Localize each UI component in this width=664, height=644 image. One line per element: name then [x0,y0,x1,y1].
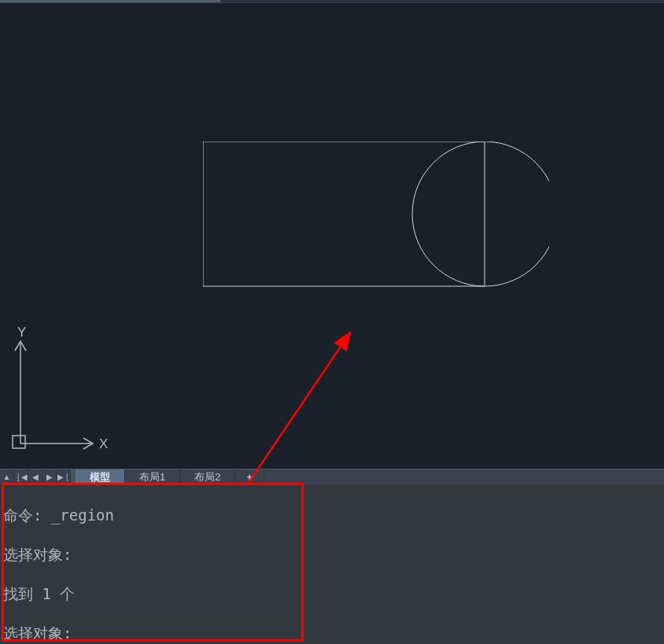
svg-rect-4 [13,436,25,448]
tab-nav-last[interactable]: ▶❘ [57,469,71,485]
ucs-y-label: Y [17,327,26,340]
drawing-shapes [203,142,549,299]
tab-add[interactable]: + [235,469,264,485]
command-line: 命令: _region [3,506,659,525]
ucs-x-label: X [99,436,108,451]
top-bar-accent [0,0,220,2]
svg-rect-0 [203,142,485,286]
ucs-icon: Y X [6,327,116,453]
command-line: 找到 1 个 [3,584,659,604]
tab-nav-first[interactable]: ❘◀ [14,469,28,485]
tab-layout1[interactable]: 布局1 [125,469,180,485]
command-line: 选择对象: [3,624,659,643]
tab-nav-next[interactable]: ▶ [42,469,57,485]
tab-nav-up[interactable]: ▲ [0,469,14,485]
drawing-canvas[interactable]: Y X [0,3,664,469]
command-line: 选择对象: [3,545,659,565]
cad-drawing [203,142,549,291]
svg-point-1 [412,142,549,286]
command-line-panel[interactable]: 命令: _region 选择对象: 找到 1 个 选择对象: 找到 1 个，总计… [0,484,664,644]
tab-model[interactable]: 模型 [76,469,125,485]
layout-tabs: ▲ ❘◀ ◀ ▶ ▶❘ 模型 布局1 布局2 + [0,469,664,484]
tab-layout2[interactable]: 布局2 [180,469,235,485]
tab-nav-prev[interactable]: ◀ [28,469,42,485]
